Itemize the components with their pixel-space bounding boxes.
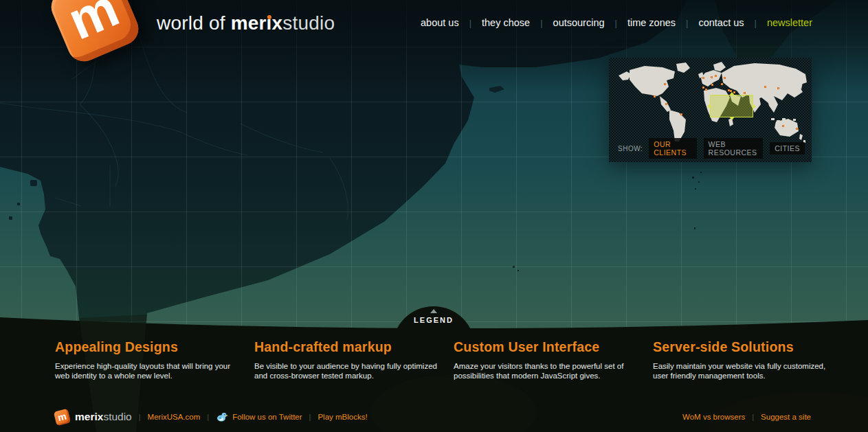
filter-cities[interactable]: CITIES: [770, 142, 805, 155]
client-marker: [796, 128, 798, 130]
footer-separator: |: [309, 413, 311, 421]
nav-they-chose[interactable]: they chose: [482, 17, 530, 28]
legend-label: LEGEND: [414, 316, 454, 324]
footer-left: m merixstudio | MerixUSA.com | Follow us…: [55, 410, 368, 424]
show-label: SHOW:: [618, 145, 643, 152]
twitter-bird-icon[interactable]: [216, 412, 228, 422]
feature-server-side-solutions: Server-side Solutions Easily maintain yo…: [653, 339, 852, 380]
viewport-handle-down-icon[interactable]: [729, 117, 735, 120]
logo-m-glyph: m: [57, 411, 67, 422]
footer-separator: |: [139, 413, 141, 421]
client-marker: [705, 89, 707, 91]
footer-brand: merixstudio: [75, 411, 132, 423]
site-title-merix: mer: [231, 12, 267, 34]
nav-separator: |: [540, 18, 542, 28]
nav-separator: |: [615, 18, 617, 28]
legend-tab[interactable]: LEGEND: [414, 309, 454, 324]
feature-title: Server-side Solutions: [653, 339, 852, 355]
nav-time-zones[interactable]: time zones: [627, 17, 676, 28]
client-marker: [665, 103, 667, 105]
site-title: world of merixstudio: [157, 12, 335, 35]
filter-our-clients[interactable]: OUR CLIENTS: [649, 138, 696, 159]
footer-logo[interactable]: m: [54, 408, 71, 425]
link-suggest-a-site[interactable]: Suggest a site: [761, 413, 811, 421]
nav-outsourcing[interactable]: outsourcing: [553, 17, 605, 28]
feature-handcrafted-markup: Hand-crafted markup Be visible to your a…: [254, 339, 454, 380]
feature-title: Custom User Interface: [454, 339, 653, 355]
nav-contact-us[interactable]: contact us: [698, 17, 744, 28]
client-marker: [702, 77, 704, 79]
nav-newsletter[interactable]: newsletter: [767, 17, 812, 28]
client-marker: [711, 76, 713, 78]
logo-m-glyph: m: [60, 0, 125, 48]
client-marker: [777, 87, 779, 89]
site-title-x: x: [272, 12, 283, 34]
feature-text: Amaze your visitors thanks to the powerf…: [454, 361, 641, 380]
footer-separator: |: [207, 413, 209, 421]
nav-separator: |: [469, 18, 471, 28]
main-nav: about us| they chose| outsourcing| time …: [421, 17, 812, 28]
client-marker: [744, 92, 746, 94]
nav-separator: |: [686, 18, 688, 28]
filter-web-resources[interactable]: WEB RESOURCES: [704, 138, 764, 159]
feature-text: Be visible to your audience by having fu…: [254, 361, 441, 380]
nav-separator: |: [755, 18, 757, 28]
world-of-merixstudio-page: m world of merixstudio about us| they ch…: [0, 0, 868, 432]
client-marker: [711, 84, 713, 86]
client-marker: [721, 83, 723, 85]
feature-custom-user-interface: Custom User Interface Amaze your visitor…: [454, 339, 653, 380]
viewport-handle-up-icon[interactable]: [729, 92, 735, 95]
minimap-filter-row: SHOW: OUR CLIENTS WEB RESOURCES CITIES: [618, 138, 812, 159]
nav-about-us[interactable]: about us: [421, 17, 459, 28]
client-marker: [702, 87, 704, 89]
footer-right: WoM vs browsers | Suggest a site: [682, 413, 811, 421]
client-marker: [764, 86, 766, 88]
footer-brand-studio: studio: [103, 411, 131, 422]
client-marker: [724, 77, 726, 79]
link-wom-vs-browsers[interactable]: WoM vs browsers: [682, 413, 745, 421]
footer-separator: |: [752, 413, 754, 421]
minimap-viewport[interactable]: [710, 95, 753, 117]
site-title-studio: studio: [282, 12, 335, 34]
chevron-up-icon: [430, 309, 437, 313]
feature-appealing-designs: Appealing Designs Experience high-qualit…: [55, 339, 254, 380]
site-title-prefix: world of: [157, 12, 231, 34]
viewport-handle-left-icon[interactable]: [707, 104, 711, 109]
link-follow-twitter[interactable]: Follow us on Twitter: [232, 413, 302, 421]
link-play-mblocks[interactable]: Play mBlocks!: [318, 413, 367, 421]
feature-text: Experience high-quality layouts that wil…: [55, 361, 242, 380]
header: m world of merixstudio about us| they ch…: [0, 0, 868, 76]
merixstudio-logo[interactable]: m: [46, 0, 144, 67]
client-marker: [664, 83, 666, 85]
client-marker: [782, 125, 784, 127]
site-title-i: i: [267, 12, 272, 34]
feature-columns: Appealing Designs Experience high-qualit…: [55, 339, 852, 380]
feature-text: Easily maintain your website via fully c…: [653, 361, 840, 380]
link-merixusa[interactable]: MerixUSA.com: [148, 413, 201, 421]
feature-title: Appealing Designs: [55, 339, 254, 355]
viewport-handle-right-icon[interactable]: [753, 104, 756, 109]
footer: m merixstudio | MerixUSA.com | Follow us…: [55, 407, 811, 427]
feature-title: Hand-crafted markup: [254, 339, 454, 355]
client-marker: [654, 95, 656, 98]
client-marker: [680, 113, 682, 115]
footer-brand-merix: merix: [75, 411, 103, 422]
